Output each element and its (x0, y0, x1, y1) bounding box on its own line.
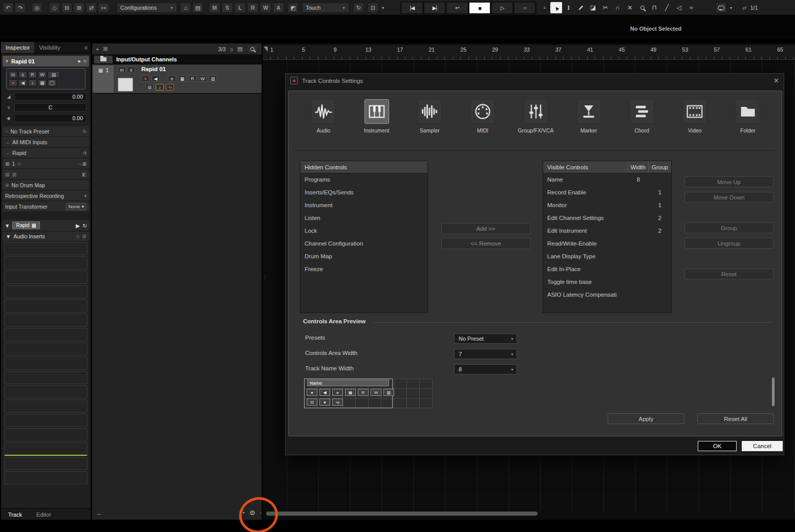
track-type-marker[interactable]: Marker (576, 99, 601, 134)
punch-icon[interactable]: ◇ (49, 3, 60, 13)
retrospective-recording-row[interactable]: Retrospective Recording ▾ (3, 191, 89, 201)
insert-slot[interactable] (4, 471, 88, 484)
goto-previous-marker-button[interactable]: |◀ (401, 2, 423, 14)
comp-tool[interactable]: ⊓ (649, 2, 660, 13)
line-tool[interactable]: ╱ (661, 2, 673, 13)
inspector-track-header[interactable]: ▼ Rapid 01 ▶ ↻ (3, 56, 89, 66)
pan-value[interactable]: C (14, 103, 87, 112)
hidden-control-item[interactable]: Listen (300, 212, 427, 225)
reset-all-button[interactable]: Reset All (697, 413, 774, 424)
redo-icon[interactable]: ↷ (15, 3, 26, 13)
write-automation-button[interactable]: W (199, 75, 207, 82)
tab-visibility[interactable]: Visibility (34, 42, 65, 53)
visible-control-row[interactable]: ASIO Latency Compensati (543, 289, 671, 301)
hidden-control-item[interactable]: Instrument (300, 199, 427, 212)
solo-button[interactable]: s (127, 66, 135, 73)
open-device-icon[interactable]: ⇉ (82, 150, 87, 156)
cancel-button[interactable]: Cancel (742, 441, 783, 451)
track-visibility-icon[interactable]: ⊟ (61, 3, 72, 13)
layout-icon[interactable]: ▤ (192, 3, 203, 13)
track-name[interactable]: Rapid 01 (141, 66, 166, 72)
remove-button[interactable]: << Remove (441, 238, 530, 249)
input-transformer-dropdown[interactable]: None ▾ (66, 203, 87, 210)
visible-control-row[interactable]: Edit In-Place (543, 263, 671, 276)
mute-tool[interactable]: ✕ (624, 2, 636, 13)
glue-tool[interactable]: ∩ (612, 2, 624, 13)
read-automation-button[interactable]: R (28, 71, 37, 78)
close-icon[interactable]: ✕ (773, 77, 779, 84)
meter-icon[interactable]: ⊞ (74, 3, 84, 13)
insert-slot[interactable] (4, 299, 88, 313)
track-type-video[interactable]: Video (682, 99, 707, 134)
refresh-icon[interactable]: ↻ (353, 3, 364, 13)
visible-control-row[interactable]: Read/Write-Enable (543, 237, 671, 250)
visible-control-row[interactable]: Lane Display Type (543, 250, 671, 263)
dialog-scrollbar[interactable] (772, 378, 775, 406)
monitor-button[interactable]: ◀ (18, 79, 27, 86)
bypass-icon[interactable]: ⊟ (82, 234, 86, 239)
tab-inspector[interactable]: Inspector (1, 42, 34, 53)
lane-display-button[interactable]: ▥ (209, 75, 217, 82)
write-automation-button[interactable]: W (38, 71, 47, 78)
apply-button[interactable]: Apply (608, 413, 684, 424)
tab-editor[interactable]: Editor (29, 512, 58, 518)
refresh-icon[interactable]: ↻ (83, 59, 87, 63)
monitor-button[interactable]: ◀ (152, 75, 160, 82)
automation-mode-button[interactable]: S (222, 3, 233, 13)
automation-mode-button[interactable]: R (247, 3, 259, 13)
insert-slot[interactable] (4, 385, 88, 398)
chevron-down-icon[interactable]: ▾ (380, 3, 386, 13)
ok-button[interactable]: OK (698, 441, 737, 451)
refresh-icon[interactable]: ↻ (82, 223, 87, 229)
timebase-note-icon[interactable]: ♪ (156, 84, 164, 91)
freeze-icon[interactable]: ‹o (166, 84, 174, 91)
insert-slot[interactable] (4, 357, 88, 370)
erase-tool[interactable]: ◪ (587, 2, 599, 13)
goto-next-marker-button[interactable]: ▶| (424, 2, 445, 14)
keyboard-icon[interactable]: ▦ (38, 79, 47, 86)
chevron-down-icon[interactable]: ▾ (84, 193, 87, 198)
channel-section-header[interactable]: ▼ Rapid ▦ ▶ ↻ (3, 220, 89, 231)
add-button[interactable]: Add >> (441, 223, 530, 234)
menu-icon[interactable]: ≡ (542, 3, 548, 13)
ungroup-button[interactable]: Ungroup (684, 238, 773, 249)
insert-slot[interactable] (4, 457, 88, 470)
automation-panel-icon[interactable]: ◩ (288, 3, 298, 13)
camera-icon[interactable]: ⌂ (230, 46, 233, 52)
output-routing-row[interactable]: → Rapid ⇉ (3, 148, 89, 158)
expand-icon[interactable]: ▶ (78, 59, 81, 63)
volume-value[interactable]: 0.00 (14, 93, 87, 101)
program-row[interactable]: ▦ 1 ◇ →▦ (3, 159, 89, 168)
visible-control-row[interactable]: Toggle time base (543, 276, 671, 289)
constrain-delay-compensation-icon[interactable]: ◎ (32, 3, 42, 13)
move-up-button[interactable]: Move Up (684, 176, 773, 187)
input-transformer-row[interactable]: Input Transformer None ▾ (3, 202, 89, 211)
insert-slot[interactable] (4, 371, 88, 384)
track-type-group-fx-vca[interactable]: Group/FX/VCA (523, 99, 549, 134)
presets-dropdown[interactable]: No Preset ▼ (454, 334, 517, 344)
group-button[interactable]: Group (684, 223, 773, 233)
track-type-midi[interactable]: MIDI (470, 99, 496, 134)
reset-button[interactable]: Reset (684, 269, 773, 279)
grid-type-value[interactable]: 1/1 (750, 5, 758, 11)
visible-control-row[interactable]: Record Enable 1 (543, 186, 671, 199)
insert-slot[interactable] (4, 328, 88, 341)
tab-track[interactable]: Track (1, 512, 29, 518)
edit-instrument-button[interactable]: ▦ (178, 75, 186, 82)
object-selection-tool[interactable]: ▲ (550, 2, 562, 13)
visible-control-row[interactable]: Monitor 1 (543, 199, 671, 212)
mute-button[interactable]: m (9, 71, 17, 78)
hidden-control-item[interactable]: Channel Configuration (300, 237, 427, 250)
move-down-button[interactable]: Move Down (684, 192, 773, 203)
automation-mode-button[interactable]: W (260, 3, 271, 13)
expand-icon[interactable]: ▶ (76, 223, 80, 229)
stop-button[interactable]: ■ (469, 2, 490, 14)
reload-icon[interactable]: ↻ (82, 129, 87, 134)
visible-control-row[interactable]: Edit Channel Settings 2 (543, 212, 671, 225)
hidden-control-item[interactable]: Programs (300, 173, 427, 186)
track-type-audio[interactable]: Audio (311, 99, 336, 134)
range-selection-tool[interactable]: I (563, 2, 574, 13)
track-preset-row[interactable]: ○ No Track Preset ↻ (3, 126, 89, 136)
folder-track-row[interactable]: Input/Output Channels (92, 55, 262, 64)
autoscroll-icon[interactable]: ↦ (98, 3, 109, 13)
